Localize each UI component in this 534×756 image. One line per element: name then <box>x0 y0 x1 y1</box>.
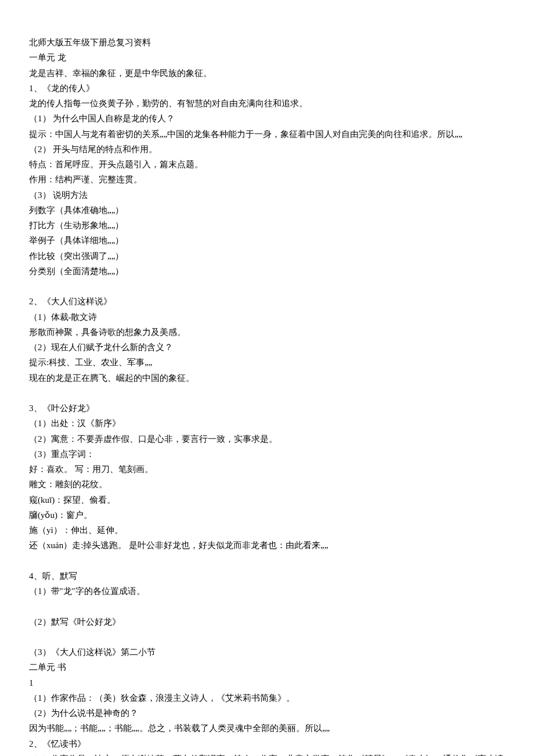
text-line: （2） 开头与结尾的特点和作用。 <box>29 142 505 157</box>
text-line: 1 <box>29 675 505 690</box>
text-line: （1）出处：汉《新序》 <box>29 416 505 431</box>
text-line: 龙是吉祥、幸福的象征，更是中华民族的象征。 <box>29 66 505 81</box>
text-line: 一单元 龙 <box>29 50 505 65</box>
text-line: （2）为什么说书是神奇的？ <box>29 705 505 721</box>
text-line <box>29 553 505 568</box>
text-line: 北师大版五年级下册总复习资料 <box>29 35 505 50</box>
text-line: 举例子（具体详细地„„） <box>29 233 505 248</box>
text-line <box>29 629 505 645</box>
text-line: 特点：首尾呼应。开头点题引入，篇末点题。 <box>29 157 505 172</box>
text-line: 施（yì）：伸出、延伸。 <box>29 523 505 538</box>
text-line: （2）默写《叶公好龙》 <box>29 614 505 629</box>
text-line: （3） 说明方法 <box>29 188 505 203</box>
text-line <box>29 599 505 614</box>
text-line: 龙的传人指每一位炎黄子孙，勤劳的、有智慧的对自由充满向往和追求。 <box>29 96 505 111</box>
text-line: 打比方（生动形象地„„） <box>29 218 505 233</box>
text-line: （3）《大人们这样说》第二小节 <box>29 645 505 660</box>
text-line: （1）带"龙"字的各位置成语。 <box>29 584 505 599</box>
text-line: 作比较（突出强调了„„） <box>29 249 505 264</box>
text-line: 好：喜欢。 写：用刀、笔刻画。 <box>29 462 505 477</box>
text-line: （1） 为什么中国人自称是龙的传人？ <box>29 111 505 126</box>
text-line: （1）作家作品：冰心，原名谢婉莹，著名的翻译家、诗人、作家、儿童文学家。诗集《繁… <box>29 751 505 756</box>
text-line: 窥(kuī)：探望、偷看。 <box>29 492 505 507</box>
text-line: 1、《龙的传人》 <box>29 81 505 96</box>
text-line: 提示:科技、工业、农业、军事„„ <box>29 355 505 370</box>
text-line: （2）现在人们赋予龙什么新的含义？ <box>29 340 505 355</box>
text-line: （1）体裁-散文诗 <box>29 309 505 325</box>
text-line: （3）重点字词： <box>29 447 505 462</box>
text-line: 雕文：雕刻的花纹。 <box>29 477 505 492</box>
text-line: 2、《忆读书》 <box>29 736 505 751</box>
text-line: 现在的龙是正在腾飞、崛起的中国的象征。 <box>29 370 505 386</box>
text-line <box>29 386 505 401</box>
text-line: 4、听、默写 <box>29 568 505 584</box>
text-line: 3、《叶公好龙》 <box>29 401 505 416</box>
text-line: 列数字（具体准确地„„） <box>29 203 505 218</box>
text-line: 还（xuán）走:掉头逃跑。 是叶公非好龙也，好夫似龙而非龙者也：由此看来„„ <box>29 538 505 553</box>
text-line: 分类别（全面清楚地„„） <box>29 264 505 279</box>
text-line: （2）寓意：不要弄虚作假、口是心非，要言行一致，实事求是。 <box>29 431 505 447</box>
text-line: 二单元 书 <box>29 660 505 675</box>
text-line: （1）作家作品：（美）狄金森，浪漫主义诗人，《艾米莉书简集》。 <box>29 690 505 705</box>
text-line: 形散而神聚，具备诗歌的想象力及美感。 <box>29 325 505 340</box>
text-line: 提示：中国人与龙有着密切的关系„„中国的龙集各种能力于一身，象征着中国人对自由完… <box>29 127 505 142</box>
text-line: 2、《大人们这样说》 <box>29 294 505 309</box>
text-line <box>29 279 505 294</box>
text-line: 因为书能„„；书能„„；书能„„。总之，书装载了人类灵魂中全部的美丽。所以„„ <box>29 721 505 736</box>
text-line: 牖(yǒu)：窗户。 <box>29 507 505 523</box>
text-line: 作用：结构严谨、完整连贯。 <box>29 172 505 187</box>
